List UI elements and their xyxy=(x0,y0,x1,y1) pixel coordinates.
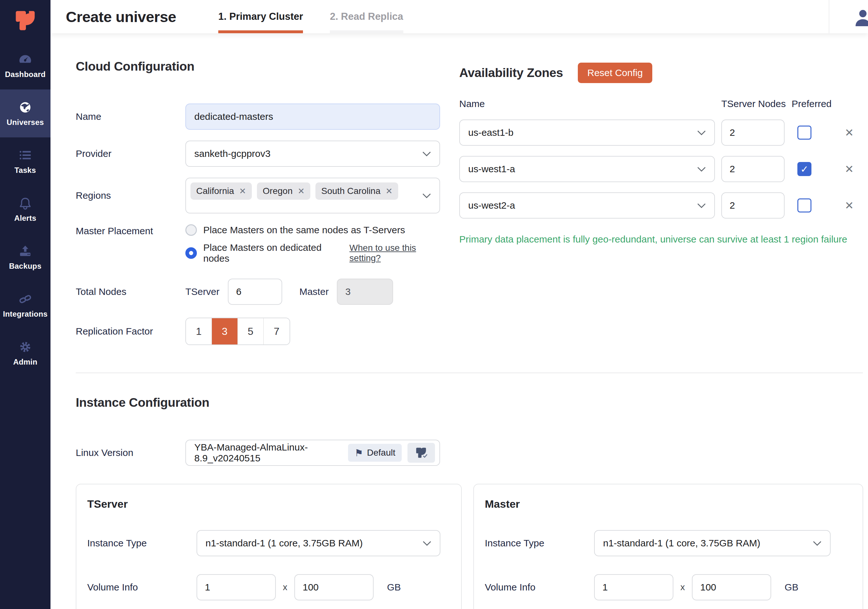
preferred-checkbox-checked[interactable]: ✓ xyxy=(797,162,811,176)
universe-name-value: dedicated-masters xyxy=(194,111,273,122)
sidebar-item-label: Admin xyxy=(13,358,37,366)
master-placement-row: Master Placement Place Masters on the sa… xyxy=(76,224,440,264)
tab-primary-cluster[interactable]: 1. Primary Cluster xyxy=(218,0,303,33)
placement-option-same-nodes[interactable]: Place Masters on the same nodes as T-Ser… xyxy=(185,224,440,236)
az-nodes-input[interactable] xyxy=(721,119,784,146)
availability-zones-section: Availability Zones Reset Config Name TSe… xyxy=(459,59,865,245)
yugabyte-logo[interactable] xyxy=(0,0,51,42)
sidebar-item-alerts[interactable]: Alerts xyxy=(0,185,51,233)
remove-az-icon[interactable]: ✕ xyxy=(845,199,854,212)
region-chip-label: California xyxy=(196,186,234,196)
region-chip: South Carolina ✕ xyxy=(315,183,398,200)
az-name-select[interactable]: us-east1-b xyxy=(459,119,715,146)
chevron-down-icon xyxy=(697,166,706,172)
chevron-down-icon xyxy=(697,130,706,135)
master-volume-row: Volume Info x GB xyxy=(485,574,852,600)
instance-configuration-section: Instance Configuration Linux Version YBA… xyxy=(76,395,868,609)
page-title: Create universe xyxy=(66,8,176,26)
tab-active-underline xyxy=(218,30,303,33)
volume-info-label: Volume Info xyxy=(87,582,197,593)
wizard-tabs: 1. Primary Cluster 2. Read Replica xyxy=(218,0,403,33)
sidebar-item-integrations[interactable]: Integrations xyxy=(0,281,51,329)
sidebar-item-tasks[interactable]: Tasks xyxy=(0,137,51,185)
provider-select[interactable]: sanketh-gcpprov3 xyxy=(185,141,440,167)
az-row: us-west2-a ✓ ✕ xyxy=(459,192,865,218)
yb-managed-image-button[interactable] xyxy=(408,443,435,463)
placement-option-dedicated-nodes[interactable]: Place Masters on dedicated nodes When to… xyxy=(185,242,440,264)
linux-version-select[interactable]: YBA-Managed-AlmaLinux-8.9_v20240515 ⚑ De… xyxy=(185,440,440,466)
remove-az-icon[interactable]: ✕ xyxy=(845,126,854,139)
radio-unselected-icon[interactable] xyxy=(185,224,197,236)
linux-version-label: Linux Version xyxy=(76,447,185,458)
when-to-use-link[interactable]: When to use this setting? xyxy=(349,243,440,263)
sidebar-item-admin[interactable]: Admin xyxy=(0,329,51,377)
linux-version-value: YBA-Managed-AlmaLinux-8.9_v20240515 xyxy=(194,442,348,463)
master-card: Master Instance Type n1-standard-1 (1 co… xyxy=(473,484,863,609)
master-instance-type-row: Instance Type n1-standard-1 (1 core, 3.7… xyxy=(485,530,852,556)
az-nodes-input[interactable] xyxy=(721,192,784,218)
preferred-checkbox-unchecked[interactable]: ✓ xyxy=(797,198,811,212)
total-nodes-label: Total Nodes xyxy=(76,286,185,297)
master-count-label: Master xyxy=(299,286,329,297)
sidebar-nav: Dashboard Universes Tasks Alerts Backups xyxy=(0,42,51,377)
volume-multiplier: x xyxy=(680,582,685,592)
sidebar-item-label: Alerts xyxy=(14,214,36,223)
geo-redundancy-status: Primary data placement is fully geo-redu… xyxy=(459,234,865,245)
instance-cards: TServer Instance Type n1-standard-1 (1 c… xyxy=(76,484,868,609)
provider-label: Provider xyxy=(76,148,185,159)
check-icon: ✓ xyxy=(800,164,808,175)
provider-value: sanketh-gcpprov3 xyxy=(194,148,270,159)
sidebar-item-backups[interactable]: Backups xyxy=(0,233,51,281)
az-name-value: us-west1-a xyxy=(468,164,515,174)
remove-region-icon[interactable]: ✕ xyxy=(298,186,305,196)
sidebar-item-label: Universes xyxy=(7,118,44,127)
remove-region-icon[interactable]: ✕ xyxy=(239,186,246,196)
tserver-volume-count-input[interactable] xyxy=(197,574,276,600)
tab-label: 2. Read Replica xyxy=(330,11,403,22)
list-icon xyxy=(18,148,33,163)
name-row: Name dedicated-masters xyxy=(76,104,440,130)
availability-zones-title: Availability Zones xyxy=(459,66,563,80)
tserver-instance-type-select[interactable]: n1-standard-1 (1 core, 3.75GB RAM) xyxy=(197,530,440,556)
regions-multiselect[interactable]: California ✕ Oregon ✕ South Carolina ✕ xyxy=(185,178,440,214)
sidebar-item-universes[interactable]: Universes xyxy=(0,90,51,137)
az-name-select[interactable]: us-west1-a xyxy=(459,156,715,182)
az-name-select[interactable]: us-west2-a xyxy=(459,192,715,218)
master-volume-count-input[interactable] xyxy=(594,574,673,600)
radio-selected-icon[interactable] xyxy=(185,247,197,259)
user-avatar-icon[interactable] xyxy=(852,8,868,26)
yugabyte-logo-icon xyxy=(11,9,39,33)
rf-option-7[interactable]: 7 xyxy=(264,318,290,344)
replication-factor-row: Replication Factor 1 3 5 7 xyxy=(76,318,440,345)
rf-option-1[interactable]: 1 xyxy=(186,318,212,344)
linux-version-row: Linux Version YBA-Managed-AlmaLinux-8.9_… xyxy=(76,440,440,466)
volume-unit: GB xyxy=(784,582,798,593)
tserver-volume-size-input[interactable] xyxy=(294,574,374,600)
rf-option-3-selected[interactable]: 3 xyxy=(212,318,238,344)
master-volume-size-input[interactable] xyxy=(692,574,771,600)
az-col-preferred: Preferred xyxy=(792,98,832,109)
master-placement-options: Place Masters on the same nodes as T-Ser… xyxy=(185,224,440,264)
placement-option-label: Place Masters on dedicated nodes xyxy=(203,242,336,264)
tserver-nodes-input[interactable] xyxy=(228,279,282,305)
master-placement-label: Master Placement xyxy=(76,224,185,236)
az-column-headers: Name TServer Nodes Preferred xyxy=(459,98,865,109)
regions-row: Regions California ✕ Oregon ✕ South Caro… xyxy=(76,178,440,214)
az-nodes-input[interactable] xyxy=(721,156,784,182)
sidebar-item-label: Dashboard xyxy=(5,70,45,79)
instance-type-value: n1-standard-1 (1 core, 3.75GB RAM) xyxy=(206,538,363,549)
gear-icon xyxy=(18,339,33,354)
az-row: us-east1-b ✓ ✕ xyxy=(459,119,865,146)
volume-info-label: Volume Info xyxy=(485,582,594,593)
remove-az-icon[interactable]: ✕ xyxy=(845,163,854,175)
header-divider xyxy=(829,0,829,33)
sidebar-item-dashboard[interactable]: Dashboard xyxy=(0,42,51,90)
reset-config-button[interactable]: Reset Config xyxy=(578,63,652,83)
tab-read-replica[interactable]: 2. Read Replica xyxy=(330,0,403,33)
remove-region-icon[interactable]: ✕ xyxy=(386,186,393,196)
universe-name-input[interactable]: dedicated-masters xyxy=(185,104,440,130)
master-instance-type-select[interactable]: n1-standard-1 (1 core, 3.75GB RAM) xyxy=(594,530,831,556)
preferred-checkbox-unchecked[interactable]: ✓ xyxy=(797,126,811,139)
rf-option-5[interactable]: 5 xyxy=(238,318,264,344)
links-icon xyxy=(18,292,33,307)
